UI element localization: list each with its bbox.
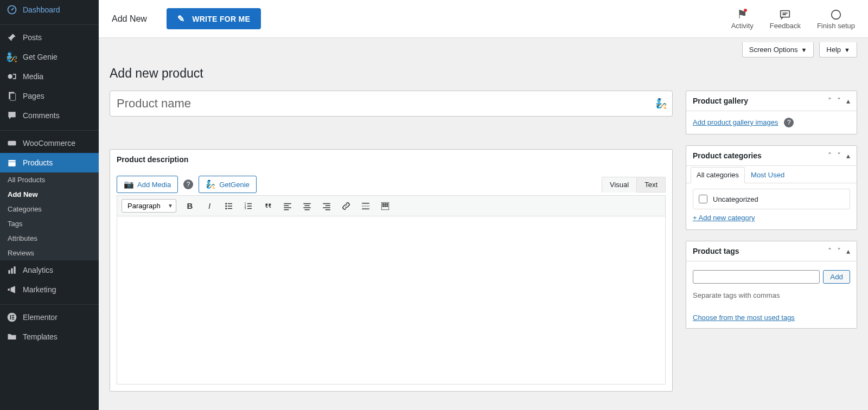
feedback-button[interactable]: Feedback bbox=[770, 8, 801, 30]
category-checkbox[interactable] bbox=[699, 195, 707, 203]
category-label: Uncategorized bbox=[713, 195, 758, 203]
sidebar-item-products[interactable]: Products bbox=[0, 153, 99, 172]
add-media-button[interactable]: 📷 Add Media bbox=[117, 176, 178, 193]
svg-point-2 bbox=[8, 74, 12, 79]
quote-icon[interactable] bbox=[262, 200, 274, 212]
svg-rect-41 bbox=[362, 203, 369, 204]
activity-button[interactable]: ⚑ Activity bbox=[731, 8, 754, 30]
category-list: Uncategorized bbox=[693, 189, 850, 209]
triangle-up-icon[interactable]: ▴ bbox=[846, 247, 850, 255]
camera-music-icon: 📷 bbox=[124, 180, 134, 189]
choose-most-used-tags-link[interactable]: Choose from the most used tags bbox=[693, 313, 795, 322]
page-body: Add new product 🧞 Product description 📷 … bbox=[99, 66, 868, 410]
sidebar-item-dashboard[interactable]: Dashboard bbox=[0, 0, 99, 20]
numbered-list-icon[interactable]: 123 bbox=[242, 200, 254, 212]
chevron-up-icon[interactable]: ˄ bbox=[828, 97, 832, 105]
editor-mode-tabs: Visual Text bbox=[602, 177, 666, 193]
sidebar-subitem-add-new[interactable]: Add New bbox=[0, 187, 99, 202]
genie-icon: 🧞 bbox=[7, 52, 17, 62]
screen-options-row: Screen Options▼ Help▼ bbox=[99, 38, 868, 57]
panel-handle-actions: ˄ ˅ ▴ bbox=[828, 247, 850, 255]
chevron-down-icon[interactable]: ˅ bbox=[837, 247, 841, 255]
finish-setup-button[interactable]: Finish setup bbox=[817, 8, 855, 30]
paragraph-select[interactable]: Paragraph bbox=[122, 199, 176, 213]
tab-text[interactable]: Text bbox=[636, 177, 666, 193]
product-categories-box: Product categories ˄ ˅ ▴ All categories … bbox=[686, 145, 857, 230]
svg-rect-46 bbox=[385, 203, 386, 204]
italic-icon[interactable]: I bbox=[203, 200, 215, 212]
chevron-down-icon[interactable]: ˅ bbox=[837, 151, 841, 160]
bullet-list-icon[interactable] bbox=[223, 200, 235, 212]
svg-rect-38 bbox=[326, 205, 330, 206]
sidebar-item-analytics[interactable]: Analytics bbox=[0, 260, 99, 280]
bold-icon[interactable]: B bbox=[184, 200, 196, 212]
sidebar-item-templates[interactable]: Templates bbox=[0, 327, 99, 347]
editor-content-area[interactable] bbox=[117, 216, 666, 385]
sidebar-item-pages[interactable]: Pages bbox=[0, 86, 99, 106]
tags-body: Add Separate tags with commas Choose fro… bbox=[686, 261, 857, 328]
add-tag-button[interactable]: Add bbox=[823, 270, 850, 284]
sidebar-subitem-all-products[interactable]: All Products bbox=[0, 172, 99, 187]
read-more-icon[interactable] bbox=[360, 200, 372, 212]
svg-point-1 bbox=[11, 9, 13, 11]
toolbar-toggle-icon[interactable] bbox=[379, 200, 391, 212]
sidebar-item-comments[interactable]: Comments bbox=[0, 106, 99, 125]
help-tab[interactable]: Help▼ bbox=[819, 42, 857, 57]
svg-rect-8 bbox=[11, 268, 12, 274]
svg-rect-33 bbox=[303, 203, 311, 204]
help-icon[interactable]: ? bbox=[183, 180, 193, 189]
svg-text:3: 3 bbox=[245, 207, 246, 210]
media-icon bbox=[7, 71, 17, 82]
tags-input[interactable] bbox=[693, 270, 820, 284]
chevron-up-icon[interactable]: ˄ bbox=[828, 247, 832, 255]
sidebar-separator bbox=[0, 128, 99, 131]
write-for-me-button[interactable]: ✎ WRITE FOR ME bbox=[167, 8, 261, 29]
svg-rect-24 bbox=[247, 203, 252, 204]
getgenie-label: GetGenie bbox=[219, 181, 250, 189]
folder-icon bbox=[7, 331, 17, 342]
help-icon[interactable]: ? bbox=[784, 118, 794, 127]
getgenie-button[interactable]: 🧞 GetGenie bbox=[199, 176, 257, 193]
svg-point-19 bbox=[225, 205, 227, 207]
page-title: Add new product bbox=[110, 66, 857, 81]
triangle-up-icon[interactable]: ▴ bbox=[846, 97, 850, 105]
product-name-input[interactable] bbox=[110, 91, 673, 117]
sidebar-item-media[interactable]: Media bbox=[0, 67, 99, 86]
product-name-wrap: 🧞 bbox=[110, 91, 673, 117]
genie-hint-icon[interactable]: 🧞 bbox=[655, 98, 667, 110]
svg-rect-29 bbox=[284, 203, 291, 204]
sidebar-item-woocommerce[interactable]: WooCommerce bbox=[0, 133, 99, 153]
sidebar-subitem-tags[interactable]: Tags bbox=[0, 216, 99, 231]
sidebar-item-label: Comments bbox=[23, 111, 60, 120]
svg-rect-4 bbox=[10, 93, 16, 100]
link-icon[interactable] bbox=[340, 200, 352, 212]
screen-options-tab[interactable]: Screen Options▼ bbox=[742, 42, 814, 57]
tab-most-used[interactable]: Most Used bbox=[745, 167, 790, 183]
sidebar-subitem-categories[interactable]: Categories bbox=[0, 202, 99, 216]
panel-handle-actions: ˄ ˅ ▴ bbox=[828, 97, 850, 105]
align-left-icon[interactable] bbox=[282, 200, 293, 212]
sidebar-item-posts[interactable]: Posts bbox=[0, 28, 99, 47]
sidebar-item-marketing[interactable]: Marketing bbox=[0, 280, 99, 299]
product-gallery-box: Product gallery ˄ ˅ ▴ Add product galler… bbox=[686, 91, 857, 134]
sidebar-item-elementor[interactable]: Elementor bbox=[0, 308, 99, 327]
svg-rect-50 bbox=[386, 205, 388, 207]
sidebar-subitem-reviews[interactable]: Reviews bbox=[0, 246, 99, 260]
chat-icon bbox=[779, 8, 791, 22]
chevron-down-icon[interactable]: ˅ bbox=[837, 97, 841, 105]
align-right-icon[interactable] bbox=[321, 200, 333, 212]
editor-toolbar: Paragraph B I 123 bbox=[117, 195, 666, 216]
align-center-icon[interactable] bbox=[301, 200, 313, 212]
tab-all-categories[interactable]: All categories bbox=[691, 167, 745, 183]
categories-footer: + Add new category bbox=[686, 209, 857, 229]
sidebar-subitem-attributes[interactable]: Attributes bbox=[0, 231, 99, 246]
category-item-uncategorized[interactable]: Uncategorized bbox=[699, 195, 844, 203]
sidebar-item-getgenie[interactable]: 🧞 Get Genie bbox=[0, 47, 99, 67]
add-new-category-link[interactable]: + Add new category bbox=[693, 214, 755, 222]
tab-visual[interactable]: Visual bbox=[602, 177, 637, 193]
svg-rect-40 bbox=[326, 209, 330, 210]
add-gallery-images-link[interactable]: Add product gallery images bbox=[693, 118, 778, 126]
sidebar-item-label: Posts bbox=[23, 33, 42, 42]
triangle-up-icon[interactable]: ▴ bbox=[846, 151, 850, 160]
chevron-up-icon[interactable]: ˄ bbox=[828, 151, 832, 160]
